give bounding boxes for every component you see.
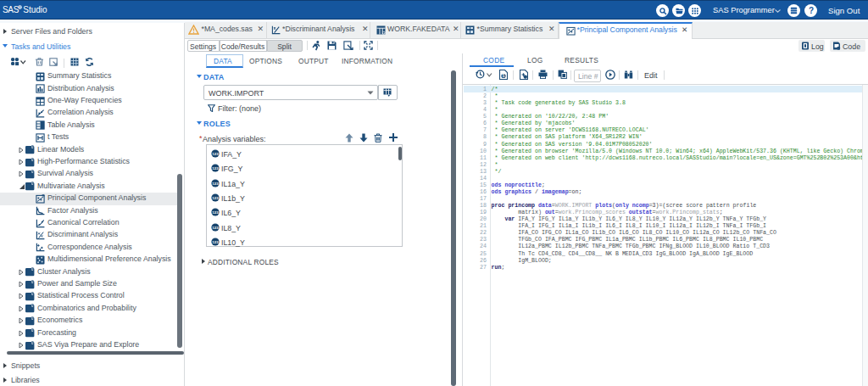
svg-text:123: 123: [212, 240, 219, 244]
svg-text:123: 123: [212, 152, 219, 156]
svg-text:123: 123: [212, 181, 219, 185]
svg-text:123: 123: [212, 225, 219, 229]
svg-text:123: 123: [212, 196, 219, 200]
svg-text:$: $: [503, 73, 505, 78]
svg-text:123: 123: [212, 166, 219, 171]
svg-text:123: 123: [212, 210, 219, 215]
